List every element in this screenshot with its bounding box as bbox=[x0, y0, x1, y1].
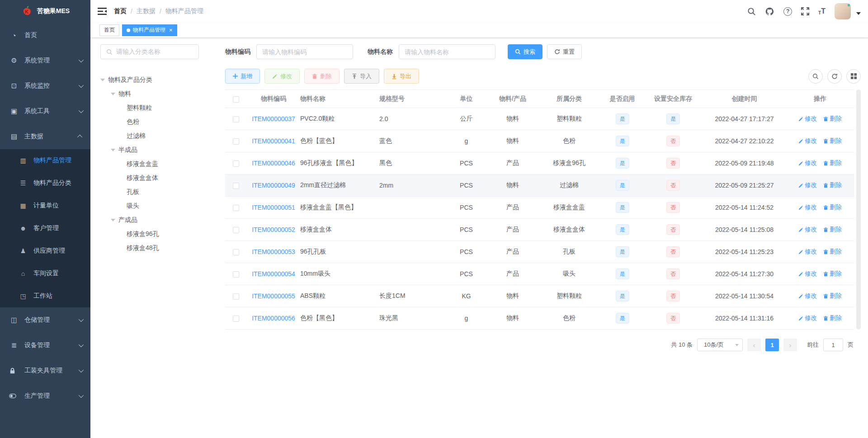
tree-node-color-powder[interactable]: 色粉 bbox=[100, 115, 199, 129]
item-code-link[interactable]: ITEM00000053 bbox=[252, 248, 295, 255]
item-code-link[interactable]: ITEM00000041 bbox=[252, 137, 295, 145]
tree-node-pipette-box-96[interactable]: 移液盒96孔 bbox=[100, 227, 199, 241]
row-edit-button[interactable]: 修改 bbox=[798, 181, 817, 189]
reset-button[interactable]: 重置 bbox=[547, 44, 582, 59]
row-delete-button[interactable]: 删除 bbox=[823, 159, 842, 167]
tree-node-root[interactable]: 物料及产品分类 bbox=[100, 73, 199, 87]
edit-button[interactable]: 修改 bbox=[264, 69, 300, 84]
next-page-button[interactable]: › bbox=[783, 339, 797, 351]
tree-node-box-body[interactable]: 移液盒盒体 bbox=[100, 171, 199, 185]
row-delete-button[interactable]: 删除 bbox=[823, 226, 842, 234]
sidebar-item-production-management[interactable]: 生产管理 bbox=[0, 383, 90, 409]
item-code-link[interactable]: ITEM00000046 bbox=[252, 160, 295, 167]
row-checkbox[interactable] bbox=[233, 160, 239, 167]
tree-expand-caret-icon[interactable] bbox=[100, 79, 105, 81]
row-delete-button[interactable]: 删除 bbox=[823, 248, 842, 256]
font-size-icon[interactable] bbox=[818, 7, 826, 15]
tab-home[interactable]: 首页 bbox=[99, 24, 119, 36]
row-delete-button[interactable]: 删除 bbox=[823, 314, 842, 322]
goto-page-input[interactable] bbox=[823, 339, 843, 351]
row-edit-button[interactable]: 修改 bbox=[798, 137, 817, 145]
sidebar-item-material-product-category[interactable]: ☰ 物料产品分类 bbox=[0, 172, 90, 194]
row-edit-button[interactable]: 修改 bbox=[798, 248, 817, 256]
sidebar-item-system-monitor[interactable]: ⊡ 系统监控 bbox=[0, 73, 90, 99]
row-checkbox[interactable] bbox=[233, 271, 239, 278]
tree-expand-caret-icon[interactable] bbox=[111, 93, 115, 95]
category-search-box[interactable]: 请输入分类名称 bbox=[100, 44, 199, 59]
row-checkbox[interactable] bbox=[233, 205, 239, 211]
sidebar-item-material-product-management[interactable]: ▥ 物料产品管理 bbox=[0, 149, 90, 172]
row-checkbox[interactable] bbox=[233, 183, 239, 189]
tree-node-box-lid[interactable]: 移液盒盒盖 bbox=[100, 157, 199, 171]
row-edit-button[interactable]: 修改 bbox=[798, 226, 817, 234]
item-code-link[interactable]: ITEM00000051 bbox=[252, 204, 295, 211]
table-scrollbar[interactable] bbox=[856, 89, 861, 330]
row-edit-button[interactable]: 修改 bbox=[798, 270, 817, 278]
item-code-link[interactable]: ITEM00000052 bbox=[252, 226, 295, 233]
page-number-1[interactable]: 1 bbox=[765, 339, 779, 351]
row-checkbox[interactable] bbox=[233, 249, 239, 255]
item-code-link[interactable]: ITEM00000049 bbox=[252, 182, 295, 189]
row-delete-button[interactable]: 删除 bbox=[823, 203, 842, 212]
refresh-button[interactable] bbox=[827, 69, 842, 84]
fullscreen-icon[interactable] bbox=[801, 7, 809, 15]
tree-node-tip[interactable]: 吸头 bbox=[100, 199, 199, 213]
sidebar-item-equipment-management[interactable]: ≣ 设备管理 bbox=[0, 333, 90, 358]
sidebar-item-warehouse-management[interactable]: ◫ 仓储管理 bbox=[0, 307, 90, 333]
tree-node-finished-product[interactable]: 产成品 bbox=[100, 213, 199, 227]
row-delete-button[interactable]: 删除 bbox=[823, 137, 842, 145]
tree-node-pipette-box-48[interactable]: 移液盒48孔 bbox=[100, 241, 199, 255]
page-size-select[interactable]: 10条/页 bbox=[697, 339, 743, 351]
item-code-link[interactable]: ITEM00000054 bbox=[252, 270, 295, 278]
prev-page-button[interactable]: ‹ bbox=[747, 339, 761, 351]
column-settings-button[interactable] bbox=[846, 69, 861, 84]
material-name-input[interactable] bbox=[399, 44, 495, 59]
tab-material-product-management[interactable]: 物料产品管理 × bbox=[122, 24, 177, 36]
material-code-input[interactable] bbox=[256, 44, 353, 59]
export-button[interactable]: 导出 bbox=[384, 69, 419, 84]
sidebar-item-customer-management[interactable]: ☻ 客户管理 bbox=[0, 217, 90, 240]
row-delete-button[interactable]: 删除 bbox=[823, 115, 842, 123]
logo[interactable]: K 苦糖果MES bbox=[0, 0, 90, 23]
toggle-search-button[interactable] bbox=[808, 69, 823, 84]
select-all-checkbox[interactable] bbox=[233, 96, 239, 103]
sidebar-item-master-data[interactable]: ▤ 主数据 bbox=[0, 124, 90, 149]
row-checkbox[interactable] bbox=[233, 227, 239, 233]
sidebar-item-home[interactable]: ◔ 首页 bbox=[0, 23, 90, 48]
add-button[interactable]: 新增 bbox=[225, 69, 260, 84]
item-code-link[interactable]: ITEM00000055 bbox=[252, 292, 295, 300]
sidebar-toggle-hamburger-icon[interactable] bbox=[98, 7, 107, 15]
row-checkbox[interactable] bbox=[233, 138, 239, 145]
sidebar-item-workstation[interactable]: ◳ 工作站 bbox=[0, 285, 90, 307]
row-checkbox[interactable] bbox=[233, 116, 239, 122]
row-edit-button[interactable]: 修改 bbox=[798, 203, 817, 212]
search-button[interactable]: 搜索 bbox=[508, 44, 542, 59]
sidebar-item-system-tools[interactable]: ▣ 系统工具 bbox=[0, 99, 90, 124]
sidebar-item-tooling-fixture-management[interactable]: 工装夹具管理 bbox=[0, 358, 90, 383]
row-edit-button[interactable]: 修改 bbox=[798, 115, 817, 123]
row-delete-button[interactable]: 删除 bbox=[823, 270, 842, 278]
sidebar-item-supplier-management[interactable]: ♟ 供应商管理 bbox=[0, 240, 90, 262]
row-edit-button[interactable]: 修改 bbox=[798, 292, 817, 300]
tree-node-plastic-pellet[interactable]: 塑料颗粒 bbox=[100, 101, 199, 115]
item-code-link[interactable]: ITEM00000037 bbox=[252, 115, 295, 122]
item-code-link[interactable]: ITEM00000056 bbox=[252, 315, 295, 322]
row-delete-button[interactable]: 删除 bbox=[823, 181, 842, 189]
row-checkbox[interactable] bbox=[233, 316, 239, 322]
sidebar-item-system-management[interactable]: ⚙ 系统管理 bbox=[0, 48, 90, 73]
sidebar-item-workshop-settings[interactable]: ⌂ 车间设置 bbox=[0, 262, 90, 285]
avatar-dropdown-caret-icon[interactable] bbox=[856, 12, 861, 15]
tree-node-well-plate[interactable]: 孔板 bbox=[100, 185, 199, 199]
tab-close-icon[interactable]: × bbox=[169, 27, 173, 33]
avatar[interactable] bbox=[835, 3, 851, 19]
delete-button[interactable]: 删除 bbox=[304, 69, 340, 84]
tree-node-semi-finished[interactable]: 半成品 bbox=[100, 143, 199, 157]
row-checkbox[interactable] bbox=[233, 293, 239, 300]
github-icon[interactable] bbox=[765, 7, 774, 16]
row-edit-button[interactable]: 修改 bbox=[798, 314, 817, 322]
header-search-icon[interactable] bbox=[747, 7, 756, 16]
help-question-icon[interactable]: ? bbox=[783, 7, 792, 16]
sidebar-item-measure-unit[interactable]: ▦ 计量单位 bbox=[0, 194, 90, 217]
row-delete-button[interactable]: 删除 bbox=[823, 292, 842, 300]
tree-expand-caret-icon[interactable] bbox=[111, 219, 115, 221]
